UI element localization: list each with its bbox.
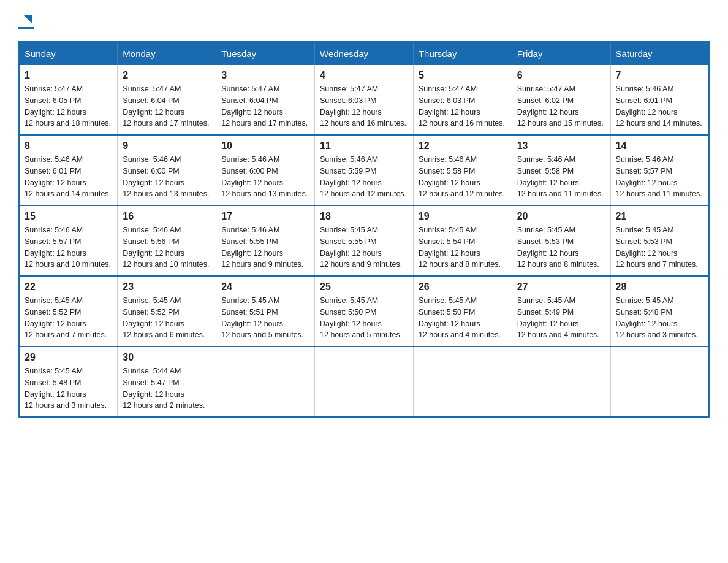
day-number: 6 xyxy=(517,70,605,81)
header-monday: Monday xyxy=(118,42,216,65)
calendar-cell: 27Sunrise: 5:45 AMSunset: 5:49 PMDayligh… xyxy=(512,276,610,347)
day-number: 23 xyxy=(123,282,211,293)
day-number: 14 xyxy=(616,140,703,151)
calendar-cell: 10Sunrise: 5:46 AMSunset: 6:00 PMDayligh… xyxy=(216,135,315,205)
day-number: 8 xyxy=(25,140,112,151)
calendar-cell: 4Sunrise: 5:47 AMSunset: 6:03 PMDaylight… xyxy=(315,65,414,135)
day-info: Sunrise: 5:45 AMSunset: 5:50 PMDaylight:… xyxy=(419,295,507,341)
calendar-cell: 6Sunrise: 5:47 AMSunset: 6:02 PMDaylight… xyxy=(512,65,610,135)
calendar-cell: 19Sunrise: 5:45 AMSunset: 5:54 PMDayligh… xyxy=(413,205,512,276)
day-number: 3 xyxy=(221,70,309,81)
day-number: 13 xyxy=(517,140,605,151)
day-number: 21 xyxy=(616,211,703,222)
day-number: 27 xyxy=(517,282,605,293)
calendar-cell: 15Sunrise: 5:46 AMSunset: 5:57 PMDayligh… xyxy=(19,205,118,276)
day-info: Sunrise: 5:45 AMSunset: 5:48 PMDaylight:… xyxy=(616,295,703,341)
day-info: Sunrise: 5:47 AMSunset: 6:04 PMDaylight:… xyxy=(123,83,211,129)
day-number: 22 xyxy=(25,282,112,293)
day-number: 4 xyxy=(320,70,408,81)
calendar-cell: 9Sunrise: 5:46 AMSunset: 6:00 PMDaylight… xyxy=(118,135,216,205)
calendar-cell xyxy=(216,347,315,417)
day-info: Sunrise: 5:46 AMSunset: 5:58 PMDaylight:… xyxy=(419,154,507,200)
day-number: 11 xyxy=(320,140,408,151)
day-info: Sunrise: 5:46 AMSunset: 5:55 PMDaylight:… xyxy=(221,224,309,270)
calendar-cell xyxy=(610,347,709,417)
calendar-cell: 18Sunrise: 5:45 AMSunset: 5:55 PMDayligh… xyxy=(315,205,414,276)
day-info: Sunrise: 5:47 AMSunset: 6:04 PMDaylight:… xyxy=(221,83,309,129)
week-row-1: 1Sunrise: 5:47 AMSunset: 6:05 PMDaylight… xyxy=(19,65,709,135)
calendar-cell: 26Sunrise: 5:45 AMSunset: 5:50 PMDayligh… xyxy=(413,276,512,347)
day-info: Sunrise: 5:47 AMSunset: 6:05 PMDaylight:… xyxy=(25,83,112,129)
calendar-table: SundayMondayTuesdayWednesdayThursdayFrid… xyxy=(18,41,710,418)
day-number: 2 xyxy=(123,70,211,81)
day-number: 9 xyxy=(123,140,211,151)
calendar-cell: 23Sunrise: 5:45 AMSunset: 5:52 PMDayligh… xyxy=(118,276,216,347)
calendar-cell: 24Sunrise: 5:45 AMSunset: 5:51 PMDayligh… xyxy=(216,276,315,347)
day-info: Sunrise: 5:46 AMSunset: 5:57 PMDaylight:… xyxy=(25,224,112,270)
header-wednesday: Wednesday xyxy=(315,42,414,65)
calendar-header-row: SundayMondayTuesdayWednesdayThursdayFrid… xyxy=(19,42,709,65)
calendar-cell: 14Sunrise: 5:46 AMSunset: 5:57 PMDayligh… xyxy=(610,135,709,205)
day-info: Sunrise: 5:46 AMSunset: 5:59 PMDaylight:… xyxy=(320,154,408,200)
header xyxy=(18,12,710,29)
day-number: 25 xyxy=(320,282,408,293)
calendar-cell: 22Sunrise: 5:45 AMSunset: 5:52 PMDayligh… xyxy=(19,276,118,347)
day-info: Sunrise: 5:45 AMSunset: 5:53 PMDaylight:… xyxy=(616,224,703,270)
logo xyxy=(18,12,34,29)
calendar-cell: 28Sunrise: 5:45 AMSunset: 5:48 PMDayligh… xyxy=(610,276,709,347)
calendar-cell: 25Sunrise: 5:45 AMSunset: 5:50 PMDayligh… xyxy=(315,276,414,347)
day-info: Sunrise: 5:47 AMSunset: 6:03 PMDaylight:… xyxy=(320,83,408,129)
day-info: Sunrise: 5:46 AMSunset: 5:56 PMDaylight:… xyxy=(123,224,211,270)
calendar-cell xyxy=(315,347,414,417)
day-info: Sunrise: 5:47 AMSunset: 6:02 PMDaylight:… xyxy=(517,83,605,129)
day-info: Sunrise: 5:45 AMSunset: 5:51 PMDaylight:… xyxy=(221,295,309,341)
calendar-cell: 16Sunrise: 5:46 AMSunset: 5:56 PMDayligh… xyxy=(118,205,216,276)
day-number: 20 xyxy=(517,211,605,222)
day-number: 12 xyxy=(419,140,507,151)
day-info: Sunrise: 5:46 AMSunset: 6:01 PMDaylight:… xyxy=(25,154,112,200)
calendar-cell: 17Sunrise: 5:46 AMSunset: 5:55 PMDayligh… xyxy=(216,205,315,276)
calendar-cell xyxy=(512,347,610,417)
header-tuesday: Tuesday xyxy=(216,42,315,65)
week-row-4: 22Sunrise: 5:45 AMSunset: 5:52 PMDayligh… xyxy=(19,276,709,347)
day-number: 10 xyxy=(221,140,309,151)
day-info: Sunrise: 5:46 AMSunset: 5:58 PMDaylight:… xyxy=(517,154,605,200)
day-number: 5 xyxy=(419,70,507,81)
day-number: 30 xyxy=(123,352,211,363)
calendar-cell: 8Sunrise: 5:46 AMSunset: 6:01 PMDaylight… xyxy=(19,135,118,205)
day-info: Sunrise: 5:45 AMSunset: 5:49 PMDaylight:… xyxy=(517,295,605,341)
day-number: 17 xyxy=(221,211,309,222)
calendar-cell: 20Sunrise: 5:45 AMSunset: 5:53 PMDayligh… xyxy=(512,205,610,276)
calendar-cell: 3Sunrise: 5:47 AMSunset: 6:04 PMDaylight… xyxy=(216,65,315,135)
day-number: 7 xyxy=(616,70,703,81)
day-number: 16 xyxy=(123,211,211,222)
day-info: Sunrise: 5:45 AMSunset: 5:55 PMDaylight:… xyxy=(320,224,408,270)
calendar-cell: 7Sunrise: 5:46 AMSunset: 6:01 PMDaylight… xyxy=(610,65,709,135)
day-info: Sunrise: 5:46 AMSunset: 5:57 PMDaylight:… xyxy=(616,154,703,200)
day-info: Sunrise: 5:45 AMSunset: 5:52 PMDaylight:… xyxy=(25,295,112,341)
week-row-3: 15Sunrise: 5:46 AMSunset: 5:57 PMDayligh… xyxy=(19,205,709,276)
header-sunday: Sunday xyxy=(19,42,118,65)
day-info: Sunrise: 5:44 AMSunset: 5:47 PMDaylight:… xyxy=(123,366,211,412)
day-info: Sunrise: 5:45 AMSunset: 5:48 PMDaylight:… xyxy=(25,366,112,412)
day-number: 28 xyxy=(616,282,703,293)
day-info: Sunrise: 5:45 AMSunset: 5:50 PMDaylight:… xyxy=(320,295,408,341)
svg-marker-0 xyxy=(23,15,32,23)
week-row-5: 29Sunrise: 5:45 AMSunset: 5:48 PMDayligh… xyxy=(19,347,709,417)
day-info: Sunrise: 5:45 AMSunset: 5:52 PMDaylight:… xyxy=(123,295,211,341)
day-number: 19 xyxy=(419,211,507,222)
calendar-cell: 12Sunrise: 5:46 AMSunset: 5:58 PMDayligh… xyxy=(413,135,512,205)
logo-triangle-icon xyxy=(21,12,34,26)
header-saturday: Saturday xyxy=(610,42,709,65)
calendar-cell: 30Sunrise: 5:44 AMSunset: 5:47 PMDayligh… xyxy=(118,347,216,417)
day-number: 15 xyxy=(25,211,112,222)
logo-underline xyxy=(18,27,34,29)
day-number: 18 xyxy=(320,211,408,222)
day-info: Sunrise: 5:46 AMSunset: 6:01 PMDaylight:… xyxy=(616,83,703,129)
header-friday: Friday xyxy=(512,42,610,65)
calendar-cell: 29Sunrise: 5:45 AMSunset: 5:48 PMDayligh… xyxy=(19,347,118,417)
day-number: 26 xyxy=(419,282,507,293)
calendar-cell: 13Sunrise: 5:46 AMSunset: 5:58 PMDayligh… xyxy=(512,135,610,205)
calendar-cell xyxy=(413,347,512,417)
day-info: Sunrise: 5:46 AMSunset: 6:00 PMDaylight:… xyxy=(123,154,211,200)
